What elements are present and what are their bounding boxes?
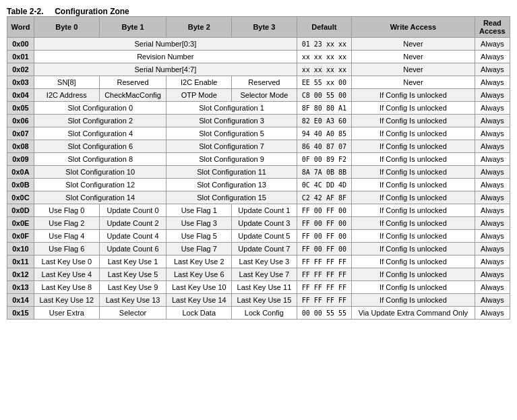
- cell-byte0: Last Key Use 8: [34, 281, 100, 294]
- cell-read-access: Always: [475, 256, 510, 268]
- cell-byte0: User Extra: [34, 307, 100, 320]
- cell-byte1: Last Key Use 13: [99, 294, 166, 307]
- cell-default: FF FF FF FF: [297, 294, 351, 307]
- cell-byte23: Slot Configuration 5: [166, 127, 297, 140]
- cell-word: 0x01: [7, 51, 34, 63]
- cell-word: 0x05: [7, 102, 34, 115]
- cell-byte0: Last Key Use 12: [34, 294, 100, 307]
- cell-bytes-span4: Revision Number: [34, 51, 297, 63]
- cell-write-access: If Config Is unlocked: [352, 294, 475, 307]
- cell-byte0: I2C Address: [34, 89, 100, 102]
- cell-byte01: Slot Configuration 14: [34, 191, 166, 204]
- cell-write-access: If Config Is unlocked: [352, 204, 475, 217]
- cell-read-access: Always: [475, 281, 510, 294]
- cell-word: 0x0C: [7, 191, 34, 204]
- cell-byte3: Last Key Use 15: [232, 294, 297, 307]
- table-body: 0x00Serial Number[0:3]01 23 xx xxNeverAl…: [7, 38, 510, 320]
- cell-write-access: If Config Is unlocked: [352, 179, 475, 191]
- cell-write-access: If Config Is unlocked: [352, 89, 475, 102]
- table-row: 0x11Last Key Use 0Last Key Use 1Last Key…: [7, 256, 510, 268]
- cell-read-access: Always: [475, 115, 510, 127]
- cell-write-access: If Config Is unlocked: [352, 153, 475, 166]
- cell-write-access: If Config Is unlocked: [352, 256, 475, 268]
- cell-read-access: Always: [475, 140, 510, 153]
- cell-word: 0x0A: [7, 166, 34, 179]
- cell-byte1: Last Key Use 1: [99, 256, 166, 268]
- table-row: 0x0EUse Flag 2Update Count 2Use Flag 3Up…: [7, 217, 510, 230]
- cell-byte3: Last Key Use 11: [232, 281, 297, 294]
- header-read-access: ReadAccess: [475, 17, 510, 38]
- cell-default: 00 00 55 55: [297, 307, 351, 320]
- cell-byte23: Slot Configuration 3: [166, 115, 297, 127]
- cell-byte1: Last Key Use 5: [99, 268, 166, 281]
- table-row: 0x07Slot Configuration 4Slot Configurati…: [7, 127, 510, 140]
- cell-byte1: Reserved: [99, 76, 166, 89]
- cell-default: C8 00 55 00: [297, 89, 351, 102]
- table-row: 0x12Last Key Use 4Last Key Use 5Last Key…: [7, 268, 510, 281]
- cell-read-access: Always: [475, 179, 510, 191]
- cell-read-access: Always: [475, 127, 510, 140]
- cell-default: 94 40 A0 85: [297, 127, 351, 140]
- cell-word: 0x09: [7, 153, 34, 166]
- cell-byte2: Use Flag 3: [166, 217, 232, 230]
- cell-word: 0x0E: [7, 217, 34, 230]
- cell-write-access: If Config Is unlocked: [352, 217, 475, 230]
- table-row: 0x02Serial Number[4:7]xx xx xx xxNeverAl…: [7, 63, 510, 76]
- cell-read-access: Always: [475, 166, 510, 179]
- cell-default: FF FF FF FF: [297, 281, 351, 294]
- cell-read-access: Always: [475, 230, 510, 243]
- table-title-block: Table 2-2. Configuration Zone: [7, 7, 510, 16]
- cell-write-access: Via Update Extra Command Only: [352, 307, 475, 320]
- cell-write-access: Never: [352, 38, 475, 51]
- cell-default: 8F 80 80 A1: [297, 102, 351, 115]
- cell-byte2: Last Key Use 6: [166, 268, 232, 281]
- cell-byte1: Last Key Use 9: [99, 281, 166, 294]
- cell-byte0: Use Flag 4: [34, 230, 100, 243]
- table-row: 0x08Slot Configuration 6Slot Configurati…: [7, 140, 510, 153]
- cell-default: FF 00 FF 00: [297, 204, 351, 217]
- cell-word: 0x00: [7, 38, 34, 51]
- cell-read-access: Always: [475, 204, 510, 217]
- cell-write-access: If Config Is unlocked: [352, 243, 475, 256]
- cell-default: 01 23 xx xx: [297, 38, 351, 51]
- cell-write-access: If Config Is unlocked: [352, 140, 475, 153]
- cell-word: 0x15: [7, 307, 34, 320]
- table-row: 0x00Serial Number[0:3]01 23 xx xxNeverAl…: [7, 38, 510, 51]
- cell-byte23: Slot Configuration 15: [166, 191, 297, 204]
- cell-read-access: Always: [475, 89, 510, 102]
- cell-byte2: Last Key Use 14: [166, 294, 232, 307]
- cell-default: 0F 00 89 F2: [297, 153, 351, 166]
- cell-byte2: Use Flag 1: [166, 204, 232, 217]
- cell-read-access: Always: [475, 63, 510, 76]
- cell-write-access: If Config Is unlocked: [352, 166, 475, 179]
- cell-byte3: Update Count 5: [232, 230, 297, 243]
- cell-word: 0x02: [7, 63, 34, 76]
- cell-byte0: Use Flag 6: [34, 243, 100, 256]
- table-row: 0x04I2C AddressCheckMacConfigOTP ModeSel…: [7, 89, 510, 102]
- cell-word: 0x03: [7, 76, 34, 89]
- cell-byte01: Slot Configuration 10: [34, 166, 166, 179]
- cell-read-access: Always: [475, 102, 510, 115]
- cell-default: 82 E0 A3 60: [297, 115, 351, 127]
- cell-word: 0x10: [7, 243, 34, 256]
- cell-default: xx xx xx xx: [297, 51, 351, 63]
- cell-byte0: Last Key Use 4: [34, 268, 100, 281]
- cell-write-access: If Config Is unlocked: [352, 115, 475, 127]
- cell-write-access: If Config Is unlocked: [352, 127, 475, 140]
- table-subtitle: Configuration Zone: [55, 7, 129, 16]
- cell-default: FF FF FF FF: [297, 256, 351, 268]
- cell-write-access: Never: [352, 51, 475, 63]
- cell-default: FF 00 FF 00: [297, 217, 351, 230]
- cell-byte2: Last Key Use 10: [166, 281, 232, 294]
- configuration-zone-table: Word Byte 0 Byte 1 Byte 2 Byte 3 Default…: [7, 16, 510, 320]
- cell-byte01: Slot Configuration 8: [34, 153, 166, 166]
- table-row: 0x05Slot Configuration 0Slot Configurati…: [7, 102, 510, 115]
- cell-byte1: CheckMacConfig: [99, 89, 166, 102]
- cell-byte01: Slot Configuration 2: [34, 115, 166, 127]
- cell-default: 0C 4C DD 4D: [297, 179, 351, 191]
- cell-word: 0x07: [7, 127, 34, 140]
- cell-byte1: Selector: [99, 307, 166, 320]
- cell-read-access: Always: [475, 217, 510, 230]
- cell-word: 0x11: [7, 256, 34, 268]
- cell-word: 0x0B: [7, 179, 34, 191]
